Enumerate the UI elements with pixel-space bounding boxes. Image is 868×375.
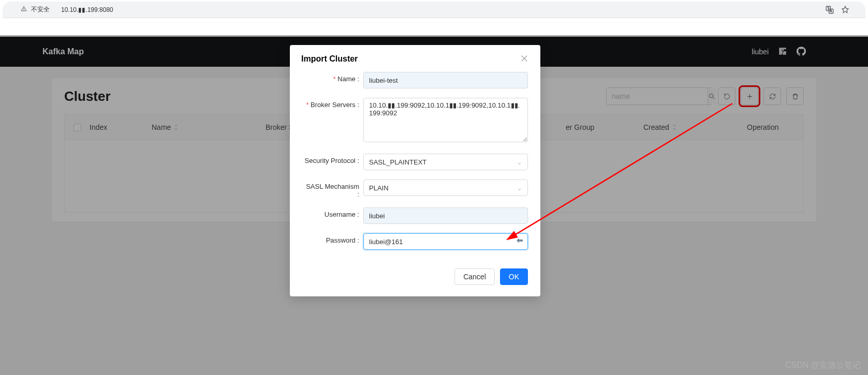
username-input[interactable] <box>363 207 528 224</box>
label-protocol: Security Protocol : <box>302 154 363 164</box>
protocol-select[interactable]: SASL_PLAINTEXT⌄ <box>363 154 528 170</box>
chevron-down-icon: ⌄ <box>517 158 522 166</box>
label-username: Username : <box>302 207 363 218</box>
ok-button[interactable]: OK <box>500 268 528 285</box>
cancel-button[interactable]: Cancel <box>454 268 495 285</box>
label-password: Password : <box>302 233 363 244</box>
browser-address-bar: 不安全 10.10.▮▮.199:8080 <box>3 2 865 18</box>
password-input[interactable] <box>363 233 528 250</box>
name-input[interactable] <box>363 72 528 88</box>
brokers-textarea[interactable]: 10.10.▮▮.199:9092,10.10.1▮▮.199:9092,10.… <box>363 98 528 142</box>
modal-title: Import Cluster <box>301 54 358 64</box>
bookmark-star-icon[interactable] <box>841 5 850 14</box>
svg-line-10 <box>507 103 732 239</box>
warning-icon <box>21 6 27 13</box>
label-brokers: Broker Servers : <box>302 98 363 109</box>
label-mechanism: SASL Mechanism : <box>302 179 363 198</box>
browser-url[interactable]: 10.10.▮▮.199:8080 <box>61 6 113 13</box>
import-cluster-modal: Import Cluster Name : Broker Servers : 1… <box>290 45 540 296</box>
translate-icon[interactable] <box>825 5 834 14</box>
browser-toolbar-gap <box>0 18 868 37</box>
mechanism-select[interactable]: PLAIN⌄ <box>363 179 528 196</box>
password-manager-icon[interactable] <box>516 236 524 247</box>
chevron-down-icon: ⌄ <box>517 184 522 192</box>
modal-overlay[interactable]: Import Cluster Name : Broker Servers : 1… <box>0 35 868 375</box>
label-name: Name : <box>302 72 363 83</box>
svg-point-1 <box>24 10 24 10</box>
security-label: 不安全 <box>31 5 50 14</box>
close-icon[interactable] <box>521 55 529 63</box>
